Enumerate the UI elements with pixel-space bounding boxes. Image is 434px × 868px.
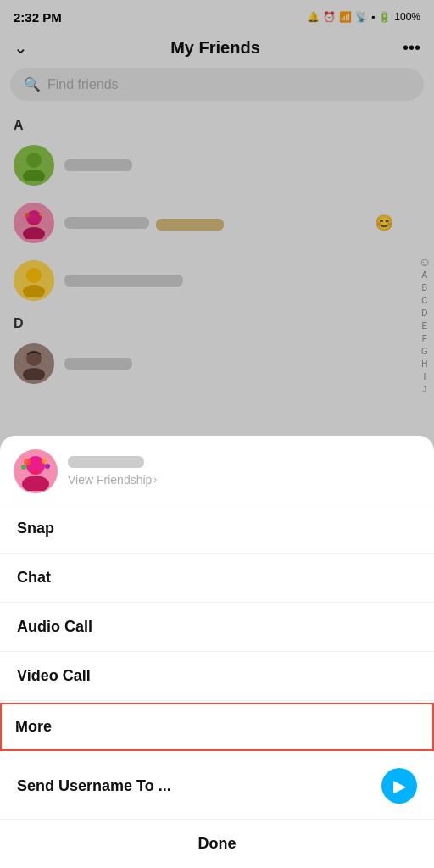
- send-arrow-icon: ▶: [393, 776, 406, 796]
- audio-call-menu-item[interactable]: Audio Call: [0, 603, 434, 652]
- send-username-button[interactable]: ▶: [381, 768, 417, 804]
- svg-point-17: [45, 464, 50, 469]
- done-row[interactable]: Done: [0, 820, 434, 868]
- svg-rect-15: [31, 470, 40, 474]
- bottom-sheet: View Friendship › Snap Chat Audio Call V…: [0, 436, 434, 868]
- snap-menu-item[interactable]: Snap: [0, 504, 434, 554]
- svg-point-14: [42, 459, 47, 464]
- profile-avatar: [14, 449, 58, 493]
- profile-name-blur: [68, 456, 144, 468]
- done-button[interactable]: Done: [198, 835, 236, 852]
- view-friendship-link[interactable]: View Friendship ›: [68, 473, 157, 487]
- more-menu-item[interactable]: More: [0, 703, 434, 751]
- friend-profile-row: View Friendship ›: [0, 436, 434, 504]
- chat-menu-item[interactable]: Chat: [0, 554, 434, 603]
- chevron-right-icon: ›: [153, 474, 157, 486]
- send-username-text: Send Username To ...: [17, 777, 171, 795]
- video-call-menu-item[interactable]: Video Call: [0, 652, 434, 701]
- svg-point-16: [21, 465, 26, 470]
- send-username-row[interactable]: Send Username To ... ▶: [0, 753, 434, 820]
- svg-point-12: [22, 476, 49, 491]
- svg-point-13: [24, 459, 31, 465]
- profile-info: View Friendship ›: [68, 456, 157, 487]
